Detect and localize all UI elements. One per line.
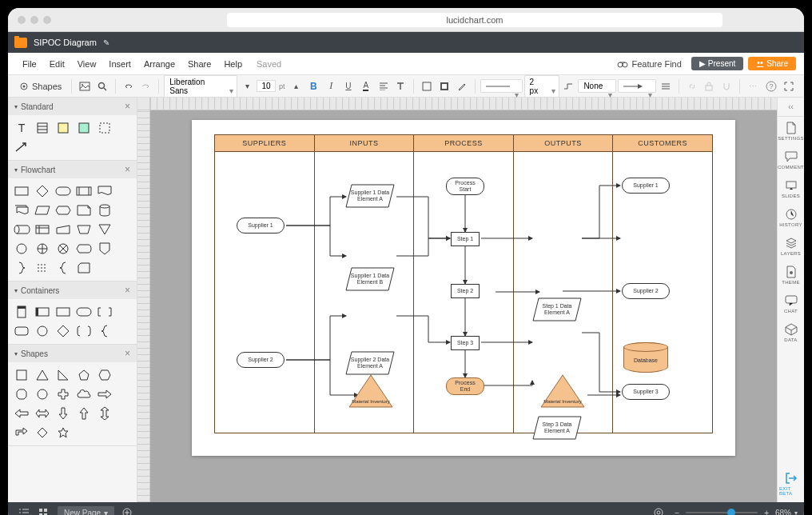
shapes-button[interactable]: Shapes — [14, 78, 66, 95]
line-width-select[interactable]: 2 px — [524, 75, 559, 98]
canvas[interactable]: SUPPLIERS INPUTS PROCESS OUTPUTS CUSTOME… — [150, 110, 777, 502]
document-shape[interactable] — [96, 183, 113, 199]
manualop-shape[interactable] — [75, 222, 93, 238]
brace-cont-shape[interactable] — [75, 323, 93, 339]
panel-containers-header[interactable]: Containers× — [8, 281, 137, 299]
collapse-right-panel[interactable]: ‹‹ — [778, 98, 804, 117]
node-supplier2[interactable]: Supplier 2 — [237, 352, 285, 368]
help-button[interactable]: ? — [762, 78, 780, 95]
window-controls[interactable] — [18, 16, 51, 24]
document-title[interactable]: SIPOC Diagram — [34, 38, 97, 47]
predef-shape[interactable] — [75, 183, 93, 199]
zoom-out-button[interactable]: − — [675, 509, 679, 516]
node-output-o1[interactable]: Step 1 Data Element A — [532, 297, 582, 321]
line-color-button[interactable] — [454, 78, 470, 95]
node-customer3[interactable]: Supplier 3 — [622, 384, 670, 400]
cloud-shape[interactable] — [75, 386, 93, 402]
zoom-level[interactable]: 68% — [775, 509, 791, 516]
menu-edit[interactable]: Edit — [43, 59, 71, 69]
octagon-shape[interactable] — [13, 386, 30, 402]
directdata-shape[interactable] — [13, 222, 30, 238]
rounded-cont-shape[interactable] — [13, 323, 30, 339]
exit-beta-button[interactable]: EXIT BETA — [778, 465, 804, 502]
terminator-shape[interactable] — [54, 183, 72, 199]
block-shape[interactable] — [34, 120, 51, 136]
history-tab[interactable]: HISTORY — [778, 203, 804, 232]
brace-close-shape[interactable] — [13, 260, 30, 276]
manualinput-shape[interactable] — [54, 222, 72, 238]
menu-share[interactable]: Share — [181, 59, 217, 69]
new-page-button[interactable]: New Page ▾ — [58, 506, 114, 516]
undo-button[interactable] — [121, 78, 137, 95]
menu-view[interactable]: View — [71, 59, 103, 69]
card-shape[interactable] — [75, 260, 93, 276]
rect-shape[interactable] — [13, 183, 30, 199]
diamond2-shape[interactable] — [34, 425, 51, 441]
arrow-ud-shape[interactable] — [96, 405, 113, 421]
connector-shape[interactable] — [13, 241, 30, 257]
theme-tab[interactable]: THEME — [778, 261, 804, 289]
triangle-shape[interactable] — [34, 367, 51, 383]
node-input-s1b[interactable]: Supplier 1 Data Element B — [345, 267, 395, 291]
share-button[interactable]: Share — [748, 57, 796, 70]
circle-cont-shape[interactable] — [34, 323, 51, 339]
pentagon-shape[interactable] — [75, 367, 93, 383]
line-type-button[interactable] — [561, 78, 577, 95]
close-icon[interactable]: × — [125, 164, 130, 175]
panel-standard-header[interactable]: Standard× — [8, 98, 137, 115]
note-green-shape[interactable] — [75, 120, 93, 136]
hotspot-shape[interactable] — [96, 120, 113, 136]
swimlane-v-shape[interactable] — [13, 304, 30, 320]
line-options-button[interactable] — [658, 78, 674, 95]
node-output-o3[interactable]: Step 3 Data Element A — [532, 416, 582, 440]
node-customer2[interactable]: Supplier 2 — [622, 283, 670, 299]
note-yellow-shape[interactable] — [54, 120, 72, 136]
data-shape[interactable] — [75, 202, 93, 218]
arrow-d-shape[interactable] — [54, 405, 72, 421]
edit-title-icon[interactable]: ✎ — [103, 38, 109, 47]
merge-shape[interactable] — [96, 222, 113, 238]
line-style-select[interactable] — [480, 79, 523, 93]
text-color-button[interactable]: A — [358, 78, 374, 95]
node-input-s2a[interactable]: Supplier 2 Data Element A — [345, 351, 395, 375]
bold-button[interactable]: B — [305, 78, 321, 95]
sumjunction-shape[interactable] — [54, 241, 72, 257]
node-process-end[interactable]: Process End — [446, 377, 484, 395]
close-icon[interactable]: × — [125, 101, 130, 112]
text-options-button[interactable] — [392, 78, 408, 95]
close-icon[interactable]: × — [125, 348, 130, 359]
node-database[interactable]: Database — [623, 342, 668, 373]
menu-help[interactable]: Help — [217, 59, 249, 69]
slides-tab[interactable]: SLIDES — [778, 174, 804, 203]
rect-cont-shape[interactable] — [54, 304, 72, 320]
rtriangle-shape[interactable] — [54, 367, 72, 383]
arrow-end-select[interactable] — [618, 79, 656, 93]
menu-insert[interactable]: Insert — [102, 59, 137, 69]
grid-view-button[interactable] — [34, 505, 53, 515]
inputoutput-shape[interactable] — [34, 202, 51, 218]
node-step1[interactable]: Step 1 — [451, 232, 480, 246]
italic-button[interactable]: I — [323, 78, 339, 95]
add-page-button[interactable] — [117, 505, 137, 515]
underline-button[interactable]: U — [340, 78, 356, 95]
menu-arrange[interactable]: Arrange — [137, 59, 181, 69]
node-customer1[interactable]: Supplier 1 — [622, 178, 670, 194]
intstorage-shape[interactable] — [34, 222, 51, 238]
node-step2[interactable]: Step 2 — [451, 284, 480, 298]
star-shape[interactable] — [54, 425, 72, 441]
brace2-cont-shape[interactable] — [96, 323, 113, 339]
node-material-inventory-1[interactable]: Material Inventory — [348, 374, 393, 408]
settings-tab[interactable]: SETTINGS — [778, 117, 804, 146]
node-material-inventory-2[interactable]: Material Inventory — [540, 374, 585, 408]
or-shape[interactable] — [34, 241, 51, 257]
offpage-shape[interactable] — [96, 241, 113, 257]
circle2-shape[interactable] — [34, 386, 51, 402]
zoom-in-button[interactable]: + — [764, 509, 769, 516]
node-process-start[interactable]: Process Start — [446, 178, 484, 195]
arrow-start-select[interactable]: None — [578, 79, 616, 93]
search-button[interactable] — [94, 78, 110, 95]
panel-shapes-header[interactable]: Shapes× — [8, 345, 137, 362]
outline-view-button[interactable] — [14, 505, 34, 515]
arrow-r-shape[interactable] — [96, 386, 113, 402]
hexagon2-shape[interactable] — [96, 367, 113, 383]
